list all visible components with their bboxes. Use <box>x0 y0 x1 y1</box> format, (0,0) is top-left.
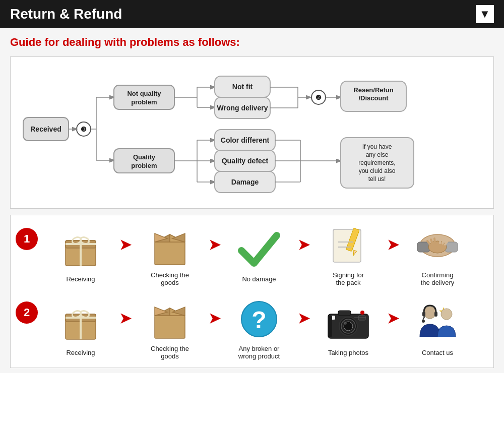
svg-text:Quality defect: Quality defect <box>222 157 269 165</box>
arrow-2c: ➤ <box>297 310 310 327</box>
process-item-checking-2: Checking the goods <box>132 296 208 360</box>
svg-text:Wrong delivery: Wrong delivery <box>217 104 268 112</box>
arrow-1d: ➤ <box>386 236 400 253</box>
svg-text:Received: Received <box>30 125 61 133</box>
svg-text:?: ? <box>251 307 266 333</box>
svg-rect-108 <box>434 312 437 317</box>
svg-rect-100 <box>338 311 351 316</box>
svg-point-99 <box>344 322 347 325</box>
svg-text:Not quality: Not quality <box>127 90 161 97</box>
process-label-broken: Any broken or wrong product <box>238 345 280 360</box>
svg-text:requirements,: requirements, <box>358 159 395 166</box>
svg-text:tell us!: tell us! <box>368 175 386 183</box>
process-label-nodamage: No damage <box>242 275 276 283</box>
svg-point-111 <box>441 309 452 320</box>
svg-text:Color different: Color different <box>221 136 270 144</box>
svg-text:Not fit: Not fit <box>232 83 253 91</box>
confirming-icon <box>410 223 465 268</box>
process-label-confirming: Confirming the delivery <box>421 271 454 286</box>
process-item-broken: ? Any broken or wrong product <box>221 296 297 360</box>
process-item-confirming: Confirming the delivery <box>400 223 475 286</box>
svg-line-77 <box>431 239 432 244</box>
svg-text:❷: ❷ <box>316 94 322 101</box>
guide-title: Guide for dealing with problems as follo… <box>10 36 494 49</box>
svg-line-81 <box>440 238 440 243</box>
svg-point-106 <box>424 307 436 319</box>
svg-line-80 <box>443 239 444 244</box>
process-item-photos: Taking photos <box>310 300 386 356</box>
svg-rect-88 <box>155 316 185 338</box>
svg-point-103 <box>360 311 364 315</box>
svg-text:problem: problem <box>131 98 157 106</box>
process-label-receiving-2: Receiving <box>66 349 95 356</box>
photos-icon <box>321 300 376 346</box>
arrow-1c: ➤ <box>297 236 310 253</box>
process-label-receiving-1: Receiving <box>66 275 95 283</box>
svg-text:you cluld also: you cluld also <box>359 167 396 174</box>
process-row-2: 2 Receiving <box>16 296 488 360</box>
down-arrow-icon: ▼ <box>479 8 490 21</box>
checking-icon-1 <box>142 223 198 268</box>
svg-text:Resen/Refun: Resen/Refun <box>353 86 394 94</box>
process-label-photos: Taking photos <box>328 349 368 356</box>
svg-point-109 <box>422 320 425 323</box>
process-item-contact: Contact us <box>400 300 475 356</box>
process-steps-2: Receiving ➤ Checking the goods <box>43 296 488 360</box>
svg-text:If you have: If you have <box>362 143 392 150</box>
arrow-2b: ➤ <box>208 310 221 327</box>
main-content: Guide for dealing with problems as follo… <box>0 28 504 373</box>
process-label-checking-1: Checking the goods <box>151 271 189 286</box>
svg-text:Quality: Quality <box>133 153 156 161</box>
checking-icon-2 <box>142 296 198 342</box>
svg-rect-107 <box>422 312 425 317</box>
process-item-receiving-2: Receiving <box>43 300 118 356</box>
step-number-1: 1 <box>16 228 38 250</box>
nodamage-icon <box>231 227 287 272</box>
header: Return & Refund ▼ <box>0 0 504 28</box>
svg-text:problem: problem <box>131 162 157 169</box>
flowchart-svg: Received ❸ Not quality problem Quality p… <box>18 67 502 198</box>
arrow-1b: ➤ <box>208 236 221 253</box>
step-number-2: 2 <box>16 301 38 324</box>
contact-icon <box>410 300 465 346</box>
header-title: Return & Refund <box>10 6 122 22</box>
process-item-receiving-1: Receiving <box>43 227 118 283</box>
process-label-contact: Contact us <box>422 349 453 356</box>
svg-text:❸: ❸ <box>81 126 87 133</box>
process-item-checking-1: Checking the goods <box>132 223 208 286</box>
receiving-icon-2 <box>53 300 108 346</box>
process-item-nodamage: No damage <box>221 227 297 283</box>
arrow-2d: ➤ <box>386 310 400 327</box>
svg-text:any else: any else <box>366 151 389 158</box>
receiving-icon-1 <box>53 227 108 272</box>
arrow-1a: ➤ <box>118 236 132 253</box>
process-steps-1: Receiving ➤ <box>43 223 488 286</box>
svg-text:Damage: Damage <box>231 178 259 186</box>
flowchart: Received ❸ Not quality problem Quality p… <box>10 56 494 209</box>
process-label-signing: Signing for the pack <box>333 271 364 286</box>
svg-text:/Discount: /Discount <box>358 94 389 102</box>
header-arrow: ▼ <box>476 5 494 23</box>
process-row-1: 1 <box>16 223 488 286</box>
process-section: 1 <box>10 215 494 368</box>
process-label-checking-2: Checking the goods <box>151 345 189 360</box>
process-item-signing: Signing for the pack <box>310 223 386 286</box>
svg-rect-105 <box>328 316 332 337</box>
svg-rect-62 <box>155 242 185 265</box>
svg-line-78 <box>434 238 435 243</box>
arrow-2a: ➤ <box>118 310 132 327</box>
signing-icon <box>321 223 376 268</box>
broken-icon: ? <box>231 296 287 342</box>
